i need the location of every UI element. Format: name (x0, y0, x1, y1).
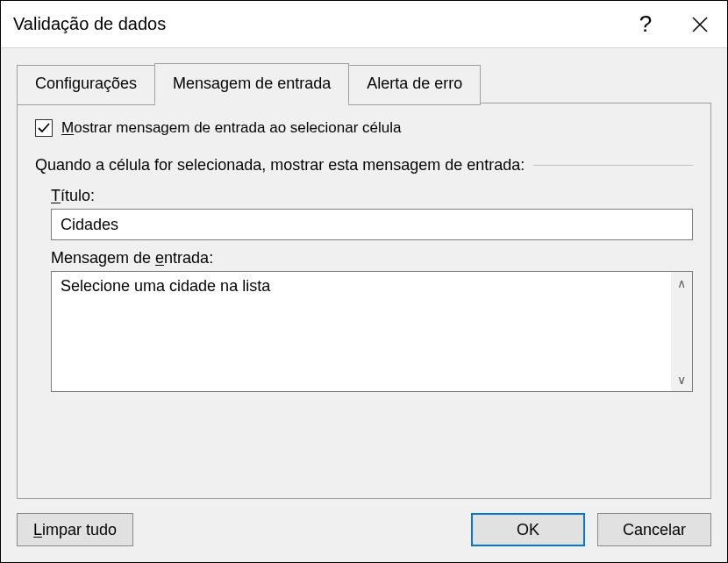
scroll-down-icon[interactable]: ∨ (677, 374, 686, 386)
legend-divider (533, 165, 693, 166)
dialog-button-row: Limpar tudo OK Cancelar (1, 499, 727, 562)
tab-label: Alerta de erro (367, 75, 462, 92)
when-selected-legend: Quando a célula for selecionada, mostrar… (35, 156, 693, 175)
right-button-group: OK Cancelar (471, 513, 711, 546)
show-message-row: Mostrar mensagem de entrada ao seleciona… (35, 119, 693, 137)
help-button[interactable]: ? (618, 1, 673, 47)
data-validation-dialog: Validação de dados ? Configurações Mensa… (0, 0, 728, 563)
show-message-checkbox[interactable] (35, 119, 53, 137)
tab-strip: Configurações Mensagem de entrada Alerta… (17, 62, 711, 103)
titlebar: Validação de dados ? (1, 1, 727, 48)
clear-all-button[interactable]: Limpar tudo (17, 513, 133, 546)
checkmark-icon (37, 121, 51, 135)
title-input[interactable] (51, 209, 693, 240)
title-field-label: Título: (51, 187, 693, 205)
scrollbar: ∧ ∨ (671, 272, 692, 391)
message-textarea-wrap: ∧ ∨ (51, 271, 693, 392)
cancel-button[interactable]: Cancelar (597, 513, 711, 546)
close-icon (691, 16, 709, 33)
tab-panel-input-message: Mostrar mensagem de entrada ao seleciona… (17, 103, 711, 499)
tab-label: Configurações (35, 75, 137, 92)
tab-input-message[interactable]: Mensagem de entrada (154, 63, 349, 103)
message-textarea[interactable] (52, 272, 671, 391)
tab-error-alert[interactable]: Alerta de erro (348, 65, 481, 105)
tab-label: Mensagem de entrada (173, 75, 331, 92)
titlebar-controls: ? (618, 1, 727, 47)
dialog-content: Configurações Mensagem de entrada Alerta… (1, 48, 727, 499)
tab-settings[interactable]: Configurações (17, 65, 155, 105)
when-selected-label: Quando a célula for selecionada, mostrar… (35, 156, 525, 175)
field-group: Título: Mensagem de entrada: ∧ ∨ (35, 187, 693, 392)
help-icon: ? (639, 11, 652, 38)
show-message-label: Mostrar mensagem de entrada ao seleciona… (61, 119, 401, 137)
ok-button[interactable]: OK (471, 513, 585, 546)
message-field-label: Mensagem de entrada: (51, 249, 693, 267)
scroll-up-icon[interactable]: ∧ (677, 277, 686, 289)
close-button[interactable] (673, 1, 727, 47)
dialog-title: Validação de dados (13, 14, 166, 34)
